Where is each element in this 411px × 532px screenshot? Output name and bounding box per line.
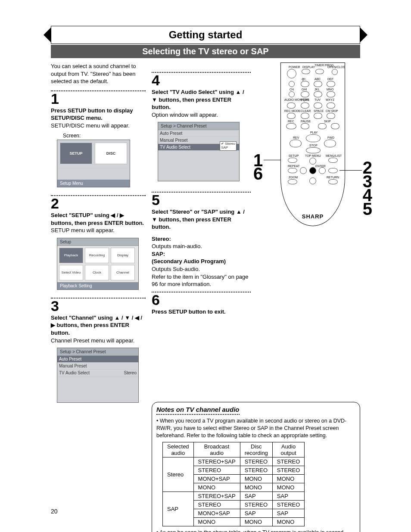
step-6-head: Press SETUP button to exit. (152, 308, 251, 316)
remote-btn-9 (327, 103, 335, 109)
arrow-left-icon (135, 314, 139, 321)
osd-setup-label: SETUP (69, 151, 82, 156)
remote-btn-4 (301, 91, 309, 97)
step-5-number: 5 (152, 193, 251, 207)
osd-foot-2: Playback Setting (57, 282, 138, 289)
remote-btn-right (319, 167, 326, 174)
remote-diagram: POWER DISPLAY TIMER PROG. OPEN/CLOSE @!.… (265, 62, 360, 226)
remote-btn-menulist (328, 158, 338, 163)
osd-cell: Channel (111, 265, 135, 280)
osd-head-4: Setup > Channel Preset (158, 122, 239, 130)
arrow-up-icon (114, 314, 120, 321)
remote-btn-timer (315, 69, 324, 74)
remote-btn-skip-back (318, 123, 327, 129)
osd-tv-audio-select: Setup > Channel Preset Auto Preset Manua… (158, 122, 240, 181)
callout-5: 5 (363, 199, 372, 219)
step-1-body: SETUP/DISC menu will appear. (51, 122, 146, 130)
remote-btn-setup (288, 158, 297, 163)
page-title: Getting started (51, 26, 360, 44)
remote-btn-1 (301, 81, 309, 87)
osd-cell: Select Video (59, 265, 83, 280)
step-3-head: Select "Channel" using / / / buttons, th… (51, 314, 146, 337)
osd-head-3: Setup > Channel Preset (57, 348, 138, 356)
arrow-down-icon (125, 314, 130, 321)
remote-btn-ch-up (289, 81, 295, 87)
callout-6: 6 (253, 164, 263, 184)
remote-brand: SHARP (281, 213, 345, 220)
arrow-up-icon (236, 89, 241, 95)
osd-cell: Playback (59, 248, 83, 263)
notes-title: Notes on TV channel audio (156, 406, 240, 415)
remote-btn-display (302, 69, 310, 74)
option-popup: Stereo SAP (220, 141, 237, 151)
remote-btn-repeat (288, 168, 297, 173)
remote-btn-return (328, 179, 338, 184)
step-4-number: 4 (152, 73, 251, 87)
remote-btn-cmskip (327, 113, 335, 119)
osd-cell: Recording (85, 248, 109, 263)
remote-btn-openclose (332, 69, 338, 75)
osd-cell: Clock (85, 265, 109, 280)
osd-setup-disc: SETUP DISC Setup Menu (57, 140, 130, 187)
step-2-head: Select "SETUP" using / buttons, then pre… (51, 212, 146, 227)
intro-text: You can select a sound channel to output… (51, 62, 146, 85)
remote-label-power: POWER (289, 65, 300, 68)
step-1-number: 1 (51, 91, 146, 106)
remote-btn-down (309, 177, 316, 184)
step-5-head: Select "Stereo" or "SAP" using / buttons… (152, 208, 251, 231)
remote-label-openclose: OPEN/CLOSE (327, 65, 345, 68)
page-number: 20 (51, 508, 58, 515)
osd-head-2: Setup (57, 238, 138, 246)
arrow-down-icon (152, 96, 157, 103)
osd-row: Manual Preset (57, 363, 138, 370)
osd-foot-1: Setup Menu (57, 180, 130, 187)
step-6-number: 6 (152, 292, 251, 307)
arrow-up-icon (236, 208, 242, 215)
remote-label-display: DISPLAY (302, 65, 315, 68)
option-sap: SAP (221, 146, 235, 150)
remote-btn-power (287, 69, 296, 78)
remote-btn-recmode (287, 113, 296, 119)
osd-row: Auto Preset (57, 356, 138, 363)
remote-btn-clear (301, 113, 309, 119)
step-3-body: Channel Preset menu will appear. (51, 337, 146, 345)
audio-table: Selectedaudio Broadcastaudio Discrecordi… (162, 442, 305, 526)
step-2-number: 2 (51, 196, 146, 211)
remote-btn-7 (301, 103, 309, 109)
step-3-number: 3 (51, 299, 146, 313)
step-4-body: Option window will appear. (152, 111, 251, 119)
remote-btn-pause (301, 123, 309, 129)
remote-btn-6 (327, 91, 335, 97)
remote-btn-stop (306, 147, 321, 153)
arrow-left-icon (111, 212, 115, 218)
remote-btn-2 (314, 81, 322, 87)
osd-setup-menu: Setup Playback Recording Display Select … (57, 238, 139, 290)
remote-btn-skip-fwd (331, 123, 339, 129)
osd-row: TV Audio SelectStereo (57, 370, 138, 376)
step-4-head: Select "TV Audio Select" using / buttons… (152, 88, 251, 111)
arrow-down-icon (152, 216, 157, 223)
step-2-body: SETUP menu will appear. (51, 227, 146, 234)
notes-p1: • When you record a TV program available… (156, 417, 355, 439)
osd-disc-label: DISC (106, 151, 116, 156)
remote-btn-0 (314, 113, 322, 119)
step-1-head: Press SETUP button to display SETUP/DISC… (51, 107, 146, 122)
remote-btn-rev (290, 140, 302, 147)
section-title: Selecting the TV stereo or SAP (51, 45, 360, 58)
remote-btn-8 (314, 103, 322, 109)
notes-box: Notes on TV channel audio • When you rec… (152, 402, 360, 532)
remote-btn-rec (286, 123, 296, 129)
notes-p2: • As can be seen in the above table, whe… (156, 529, 355, 532)
remote-btn-monitor (287, 103, 296, 109)
osd-channel-preset: Setup > Channel Preset Auto Preset Manua… (57, 348, 139, 403)
remote-btn-fwd (324, 140, 336, 147)
osd-cell: Display (111, 248, 135, 263)
remote-btn-zoom (288, 179, 297, 184)
remote-btn-3 (327, 81, 335, 87)
remote-btn-left (300, 167, 307, 174)
remote-btn-ch-down (289, 91, 295, 97)
remote-btn-5 (314, 91, 322, 97)
remote-btn-blank (328, 168, 338, 173)
osd-row: Auto Preset (158, 130, 239, 137)
remote-btn-enter (309, 167, 316, 174)
